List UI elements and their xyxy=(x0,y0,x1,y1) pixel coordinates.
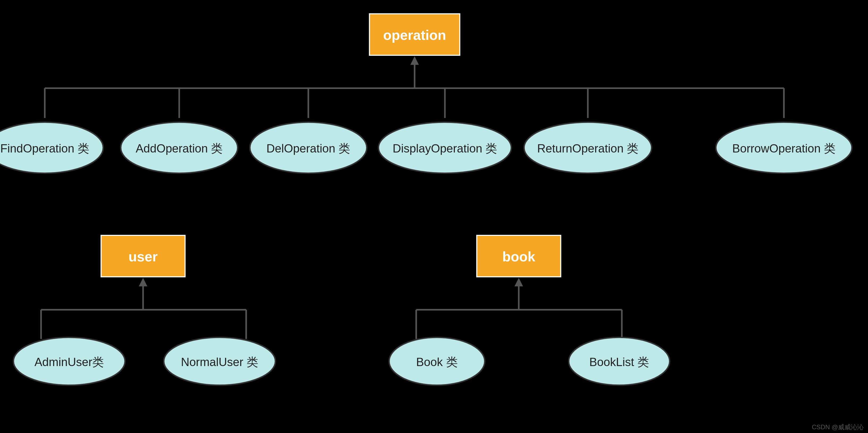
book-package-label: book xyxy=(502,249,535,264)
user-package-label: user xyxy=(129,249,158,264)
class-label: AdminUser类 xyxy=(35,355,104,368)
watermark-text: CSDN @威威沁沁 xyxy=(812,424,864,431)
class-label: ReturnOperation 类 xyxy=(537,142,639,155)
class-label: BorrowOperation 类 xyxy=(732,142,836,155)
arrow-icon xyxy=(139,278,148,286)
arrow-icon xyxy=(515,278,523,286)
class-diagram: operation FindOperation 类 AddOperation 类… xyxy=(0,0,868,433)
class-label: NormalUser 类 xyxy=(181,355,258,368)
class-label: BookList 类 xyxy=(589,355,649,368)
arrow-icon xyxy=(410,56,419,65)
operation-package-label: operation xyxy=(383,27,446,43)
class-label: FindOperation 类 xyxy=(0,142,89,155)
class-label: AddOperation 类 xyxy=(136,142,223,155)
class-label: Book 类 xyxy=(416,355,458,368)
class-label: DelOperation 类 xyxy=(267,142,350,155)
class-label: DisplayOperation 类 xyxy=(393,142,497,155)
